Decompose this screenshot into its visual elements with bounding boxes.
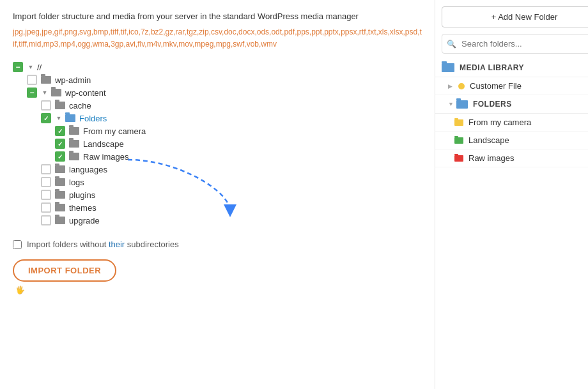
tree-item-raw-images: Raw images [13,150,422,163]
tree-label-themes: themes [69,203,97,213]
folder-icon-logs [55,178,65,186]
search-box: 🔍 [442,34,588,54]
import-folder-button[interactable]: IMPORT FOLDER [13,259,116,282]
folder-icon-wp-admin [41,76,51,84]
checkbox-root[interactable] [13,62,23,72]
tree-label-wp-admin: wp-admin [55,75,91,85]
tree-label-upgrade: upgrade [69,216,100,225]
tree-label-folders: Folders [79,114,107,123]
folder-row-landscape[interactable]: Landscape 1 [435,132,588,149]
folder-icon-upgrade [55,217,65,224]
folder-name-landscape: Landscape [468,135,588,145]
tree-label-languages: languages [69,165,107,174]
folder-icon-plugins [55,191,65,199]
tree-item-wp-admin: wp-admin [13,73,422,86]
expand-folders-icon: ▼ [448,101,454,107]
folder-icon-cache [55,102,65,109]
tree-label-plugins: plugins [69,190,95,200]
folder-icon-raw-images [69,153,79,160]
expand-icon-root[interactable]: ▼ [27,63,35,71]
expand-customer-file: ▶ [448,83,456,89]
checkbox-plugins[interactable] [41,190,51,200]
expand-icon-folders[interactable]: ▼ [55,114,63,122]
tree-item-themes: themes [13,201,422,214]
file-extensions-text: jpg,jpeg,jpe,gif,png,svg,bmp,tiff,tif,ic… [13,26,422,50]
tree-item-folders: ▼ Folders [13,112,422,125]
folder-icon-languages [55,165,65,173]
folder-name-from-my-camera: From my camera [468,118,588,127]
folder-row-customer-file[interactable]: ▶ Customer File 3 [435,77,588,95]
tree-item-from-my-camera: From my camera [13,125,422,137]
tree-label-from-my-camera: From my camera [83,126,146,136]
tree-label-landscape: Landscape [83,139,124,149]
dot-customer-file [458,83,465,89]
folder-icon-from-my-camera [69,127,79,135]
folder-name-raw-images: Raw images [468,153,588,163]
tree-item-languages: languages [13,163,422,176]
tree-item-cache: cache [13,99,422,112]
media-library-section[interactable]: MEDIA LIBRARY 19 [435,59,588,77]
tree-item-logs: logs [13,176,422,188]
tree-item-root: ▼ // [13,61,422,73]
folder-tree: ▼ // wp-admin ▼ wp-content cache [13,61,422,227]
tree-label-root: // [37,63,42,72]
folder-row-from-my-camera[interactable]: From my camera 1 [435,114,588,132]
folder-icon-folders [65,114,75,122]
checkbox-upgrade[interactable] [41,215,51,225]
expand-icon-wp-content[interactable]: ▼ [41,89,49,96]
tree-label-cache: cache [69,101,91,111]
media-library-title: MEDIA LIBRARY [460,63,588,72]
folder-row-raw-images[interactable]: Raw images 1 [435,149,588,167]
folder-name-customer-file: Customer File [470,81,588,91]
folders-section[interactable]: ▼ Folders 3 [435,95,588,114]
tree-item-wp-content: ▼ wp-content [13,86,422,99]
checkbox-folders[interactable] [41,113,51,123]
tree-label-raw-images: Raw images [83,152,129,162]
checkbox-landscape[interactable] [55,139,65,149]
checkbox-wp-admin[interactable] [27,75,37,85]
search-icon: 🔍 [447,40,456,49]
middle-panel: + Add New Folder 🔍 MEDIA LIBRARY 19 ▶ Cu… [435,0,588,389]
checkbox-themes[interactable] [41,202,51,213]
import-without-subdirs-checkbox[interactable] [13,240,22,249]
search-input[interactable] [442,34,588,54]
add-new-folder-button[interactable]: + Add New Folder [442,6,588,27]
tree-item-plugins: plugins [13,188,422,201]
checkbox-wp-content[interactable] [27,88,37,98]
tree-item-upgrade: upgrade [13,214,422,227]
tree-item-landscape: Landscape [13,137,422,150]
folder-list: MEDIA LIBRARY 19 ▶ Customer File 3 ▼ Fol… [435,59,588,167]
checkbox-raw-images[interactable] [55,151,65,162]
subdirs-link[interactable]: their [109,240,125,249]
checkbox-logs[interactable] [41,177,51,187]
tree-label-logs: logs [69,178,84,187]
import-without-subdirs-row: Import folders without their subdirector… [13,240,422,249]
folders-section-title: Folders [473,100,588,109]
tree-label-wp-content: wp-content [65,88,106,98]
checkbox-from-my-camera[interactable] [55,126,65,136]
folder-icon-wp-content [51,89,61,96]
import-without-subdirs-label: Import folders without their subdirector… [27,240,179,249]
checkbox-languages[interactable] [41,164,51,174]
folder-icon-landscape [69,140,79,148]
description-text: Import folder structure and media from y… [13,11,422,21]
folder-icon-themes [55,204,65,211]
checkbox-cache[interactable] [41,100,51,111]
left-panel: Import folder structure and media from y… [0,0,435,389]
